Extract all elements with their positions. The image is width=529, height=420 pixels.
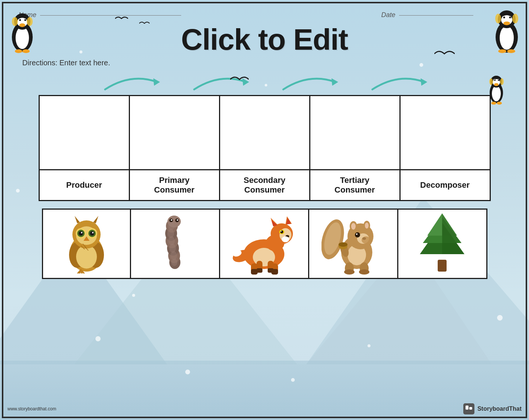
svg-point-4	[19, 23, 25, 27]
svg-point-7	[19, 19, 21, 21]
svg-marker-42	[421, 78, 427, 86]
svg-marker-135	[442, 213, 457, 236]
bird-silhouette	[230, 74, 249, 86]
arrow-spacer-3	[265, 71, 354, 93]
svg-marker-49	[93, 216, 98, 223]
decomposer-image-card[interactable]	[401, 96, 490, 170]
bird-silhouette	[115, 15, 128, 24]
snow-dot	[95, 336, 101, 341]
worm-illustration	[145, 214, 205, 273]
svg-marker-48	[75, 216, 80, 223]
svg-point-24	[495, 14, 501, 23]
svg-point-80	[169, 244, 176, 253]
name-field: Name	[19, 11, 181, 19]
header-row: Name Date	[11, 7, 518, 23]
svg-point-35	[491, 102, 496, 105]
primary-consumer-label-card[interactable]: PrimaryConsumer	[130, 170, 219, 200]
svg-point-121	[365, 223, 369, 229]
fox-illustration	[231, 213, 297, 275]
primary-consumer-column: PrimaryConsumer	[130, 95, 220, 201]
owl-illustration	[57, 214, 116, 273]
svg-point-76	[171, 219, 172, 221]
svg-point-37	[489, 78, 493, 85]
decomposer-label: Decomposer	[420, 180, 470, 190]
arrows-row	[11, 71, 518, 93]
svg-point-115	[359, 269, 369, 275]
svg-rect-129	[438, 260, 447, 272]
tertiary-consumer-label-card[interactable]: TertiaryConsumer	[310, 170, 399, 200]
penguin-top-left	[7, 11, 37, 57]
svg-rect-137	[469, 407, 472, 410]
date-line	[399, 15, 473, 16]
svg-point-77	[177, 219, 178, 221]
primary-consumer-image-card[interactable]	[130, 96, 219, 170]
owl-cell[interactable]	[42, 209, 131, 279]
producer-image-card[interactable]	[40, 96, 129, 170]
svg-point-55	[79, 231, 83, 236]
svg-point-38	[500, 78, 504, 85]
brand-name: StoryboardThat	[477, 406, 522, 412]
snow-dot	[291, 378, 295, 382]
date-label: Date	[381, 11, 395, 19]
svg-point-107	[282, 236, 289, 242]
squirrel-illustration	[321, 213, 385, 275]
penguin-top-right	[490, 7, 523, 57]
brand-logo-icon	[463, 403, 474, 414]
svg-point-83	[168, 222, 175, 230]
tree-cell[interactable]	[398, 209, 487, 279]
svg-point-23	[507, 49, 515, 53]
svg-point-30	[494, 83, 499, 86]
svg-rect-136	[466, 406, 468, 410]
decomposer-label-card[interactable]: Decomposer	[401, 170, 490, 200]
main-content: Name Date Click to Edit Directions: Ente…	[0, 0, 529, 286]
fox-cell[interactable]	[220, 209, 309, 279]
animals-section	[11, 209, 518, 279]
arrow-spacer-2	[176, 71, 265, 93]
svg-point-12	[27, 17, 33, 26]
tertiary-consumer-column: TertiaryConsumer	[310, 95, 401, 201]
footer-url: www.storyboardthat.com	[7, 406, 56, 411]
squirrel-cell[interactable]	[309, 209, 398, 279]
secondary-consumer-label-card[interactable]: SecondaryConsumer	[220, 170, 309, 200]
svg-point-20	[503, 17, 505, 19]
svg-point-17	[503, 22, 510, 25]
svg-point-10	[22, 49, 30, 53]
decomposer-column: Decomposer	[401, 95, 491, 201]
svg-point-57	[81, 232, 82, 233]
primary-consumer-label: PrimaryConsumer	[154, 175, 195, 195]
svg-point-21	[509, 17, 511, 19]
svg-point-126	[362, 236, 370, 244]
tertiary-consumer-label: TertiaryConsumer	[334, 175, 375, 195]
svg-point-11	[12, 17, 18, 26]
svg-point-56	[90, 231, 94, 236]
svg-point-82	[167, 229, 174, 238]
svg-point-119	[351, 223, 356, 230]
footer-brand: StoryboardThat	[463, 403, 522, 414]
snow-dot	[185, 370, 190, 374]
bird-silhouette	[139, 20, 150, 28]
svg-point-123	[355, 232, 360, 237]
svg-point-8	[25, 19, 26, 21]
svg-point-105	[281, 230, 282, 232]
tertiary-consumer-image-card[interactable]	[310, 96, 399, 170]
producer-label-card[interactable]: Producer	[40, 170, 129, 200]
svg-point-124	[356, 233, 357, 235]
arrow-spacer-1	[86, 71, 176, 93]
curved-arrow-3	[280, 71, 339, 93]
snow-dot	[368, 344, 370, 347]
producer-label: Producer	[66, 180, 102, 190]
svg-point-27	[492, 86, 501, 101]
secondary-consumer-image-card[interactable]	[220, 96, 309, 170]
svg-marker-39	[153, 78, 160, 86]
svg-point-9	[15, 49, 22, 53]
secondary-consumer-label: SecondaryConsumer	[244, 175, 285, 195]
producer-column: Producer	[39, 95, 130, 201]
svg-point-34	[498, 79, 499, 81]
name-line	[40, 15, 181, 16]
footer: www.storyboardthat.com StoryboardThat	[7, 403, 522, 414]
svg-rect-94	[257, 268, 262, 273]
worm-cell[interactable]	[131, 209, 220, 279]
bird-silhouette	[434, 48, 455, 61]
svg-rect-95	[268, 268, 274, 273]
secondary-consumer-column: SecondaryConsumer	[220, 95, 310, 201]
